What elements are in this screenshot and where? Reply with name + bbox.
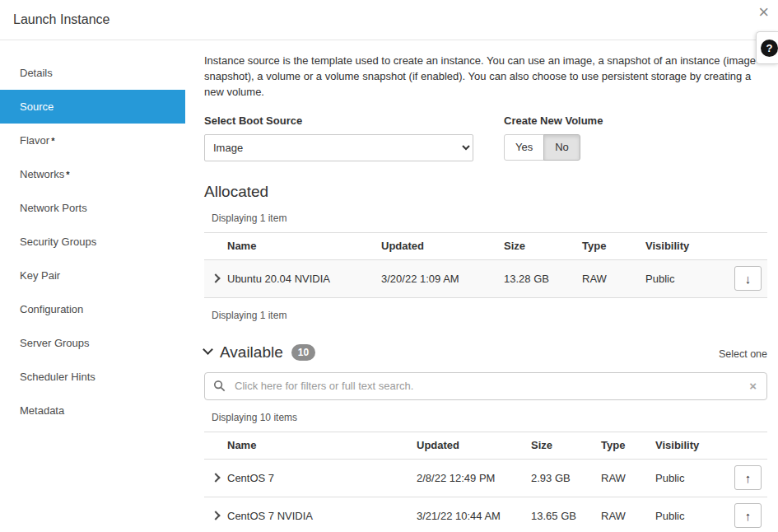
expander-cell xyxy=(204,275,227,282)
available-count: Displaying 10 items xyxy=(212,412,767,423)
sidebar-item-label: Metadata xyxy=(20,404,64,417)
image-name-cell: CentOS 7 xyxy=(227,472,417,484)
column-type: Type xyxy=(582,240,645,252)
allocated-count-top: Displaying 1 item xyxy=(212,212,767,224)
allocate-button[interactable]: ↑ xyxy=(734,503,762,528)
column-type: Type xyxy=(601,439,655,451)
image-name-cell: CentOS 7 NVIDIA xyxy=(227,510,417,522)
search-bar: × xyxy=(204,372,767,400)
arrow-up-icon: ↑ xyxy=(745,472,752,484)
arrow-up-icon: ↑ xyxy=(745,510,752,522)
arrow-down-icon: ↓ xyxy=(745,273,752,285)
sidebar-item-key-pair[interactable]: Key Pair xyxy=(0,259,185,292)
type-cell: RAW xyxy=(601,472,655,484)
actions-cell: ↑ xyxy=(731,503,767,528)
updated-cell: 2/8/22 12:49 PM xyxy=(417,472,531,484)
sidebar-item-label: Network Ports xyxy=(20,202,87,214)
volume-no-button[interactable]: No xyxy=(543,134,580,161)
sidebar-item-label: Networks xyxy=(20,168,64,180)
allocated-table-header: Name Updated Size Type Visibility xyxy=(204,232,767,260)
expand-chevron-icon[interactable] xyxy=(211,273,220,282)
sidebar-item-label: Flavor xyxy=(20,134,49,147)
source-step-content: Instance source is the template used to … xyxy=(185,40,778,532)
visibility-cell: Public xyxy=(645,273,731,285)
expander-cell xyxy=(204,474,227,481)
close-icon[interactable]: × xyxy=(758,3,769,21)
column-visibility: Visibility xyxy=(645,240,731,252)
updated-cell: 3/20/22 1:09 AM xyxy=(381,273,504,285)
size-cell: 2.93 GB xyxy=(531,472,601,484)
help-icon: ? xyxy=(761,40,778,57)
volume-yes-button[interactable]: Yes xyxy=(504,134,544,161)
source-form-row: Select Boot Source Image Create New Volu… xyxy=(204,114,767,161)
column-size: Size xyxy=(504,240,582,252)
sidebar-item-scheduler-hints[interactable]: Scheduler Hints xyxy=(0,360,185,394)
sidebar-item-metadata[interactable]: Metadata xyxy=(0,394,185,427)
modal-header: Launch Instance xyxy=(0,0,778,40)
boot-source-select[interactable]: Image xyxy=(204,134,473,161)
required-asterisk: * xyxy=(51,136,54,146)
size-cell: 13.65 GB xyxy=(531,510,601,522)
available-section-header: Available 10 Select one xyxy=(204,343,767,362)
available-table: Name Updated Size Type Visibility CentOS… xyxy=(204,432,767,532)
expand-chevron-icon[interactable] xyxy=(211,473,220,482)
column-updated: Updated xyxy=(381,240,504,252)
type-cell: RAW xyxy=(601,510,655,522)
sidebar-item-server-groups[interactable]: Server Groups xyxy=(0,326,185,360)
search-icon xyxy=(213,380,226,392)
new-volume-label: Create New Volume xyxy=(504,114,603,127)
allocated-row: Ubuntu 20.04 NVIDIA 3/20/22 1:09 AM 13.2… xyxy=(204,260,767,298)
sidebar-item-label: Source xyxy=(20,100,54,113)
allocated-table: Name Updated Size Type Visibility Ubuntu… xyxy=(204,232,767,298)
available-count-badge: 10 xyxy=(291,344,315,361)
available-row: CentOS 7 NVIDIA 3/21/22 10:44 AM 13.65 G… xyxy=(204,497,767,532)
visibility-cell: Public xyxy=(655,510,731,522)
sidebar-item-network-ports[interactable]: Network Ports xyxy=(0,191,185,225)
sidebar-item-label: Server Groups xyxy=(20,337,90,349)
search-input[interactable] xyxy=(235,380,748,392)
sidebar-item-configuration[interactable]: Configuration xyxy=(0,292,185,326)
image-name-cell: Ubuntu 20.04 NVIDIA xyxy=(227,273,381,285)
collapse-chevron-icon[interactable] xyxy=(203,344,213,355)
sidebar-item-networks[interactable]: Networks* xyxy=(0,157,185,191)
sidebar-item-label: Security Groups xyxy=(20,236,96,248)
boot-source-group: Select Boot Source Image xyxy=(204,114,504,161)
updated-cell: 3/21/22 10:44 AM xyxy=(417,510,531,522)
column-visibility: Visibility xyxy=(655,439,731,451)
modal-title: Launch Instance xyxy=(13,12,109,27)
available-table-header: Name Updated Size Type Visibility xyxy=(204,432,767,460)
boot-source-label: Select Boot Source xyxy=(204,114,504,127)
type-cell: RAW xyxy=(582,273,645,285)
select-one-hint: Select one xyxy=(719,348,767,362)
sidebar-item-label: Key Pair xyxy=(20,269,60,282)
column-updated: Updated xyxy=(417,439,531,451)
visibility-cell: Public xyxy=(655,472,731,484)
expand-chevron-icon[interactable] xyxy=(211,511,220,520)
sidebar-item-source[interactable]: Source xyxy=(0,90,185,124)
deallocate-button[interactable]: ↓ xyxy=(734,266,762,291)
allocate-button[interactable]: ↑ xyxy=(734,465,762,490)
new-volume-toggle: Yes No xyxy=(504,134,603,161)
source-description: Instance source is the template used to … xyxy=(204,54,767,100)
column-name: Name xyxy=(227,240,381,252)
column-size: Size xyxy=(531,439,601,451)
sidebar-item-security-groups[interactable]: Security Groups xyxy=(0,225,185,259)
actions-cell: ↓ xyxy=(731,266,767,291)
modal-body: Details Source Flavor* Networks* Network… xyxy=(0,40,778,532)
wizard-sidebar: Details Source Flavor* Networks* Network… xyxy=(0,40,185,532)
available-row: CentOS 7 2/8/22 12:49 PM 2.93 GB RAW Pub… xyxy=(204,460,767,497)
expander-cell xyxy=(204,512,227,519)
sidebar-item-details[interactable]: Details xyxy=(0,56,185,90)
required-asterisk: * xyxy=(66,170,69,180)
clear-search-icon[interactable]: × xyxy=(748,380,758,392)
new-volume-group: Create New Volume Yes No xyxy=(504,114,603,161)
column-name: Name xyxy=(227,439,417,451)
sidebar-item-label: Configuration xyxy=(20,303,83,315)
actions-cell: ↑ xyxy=(731,465,767,490)
size-cell: 13.28 GB xyxy=(504,273,582,285)
sidebar-item-flavor[interactable]: Flavor* xyxy=(0,124,185,157)
available-heading: Available xyxy=(220,343,283,362)
sidebar-item-label: Scheduler Hints xyxy=(20,371,96,383)
allocated-count-bottom: Displaying 1 item xyxy=(212,310,767,321)
help-button[interactable]: ? xyxy=(756,31,778,64)
